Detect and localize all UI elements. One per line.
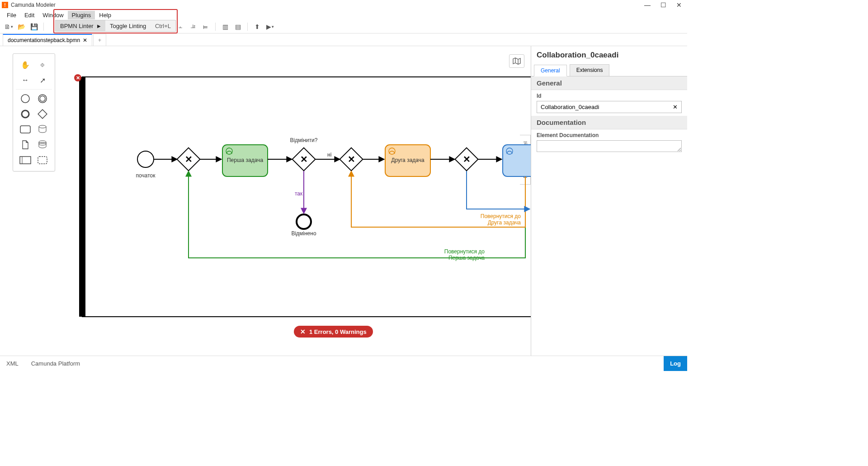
- bpmn-task-2: Друга задача: [385, 145, 430, 176]
- menu-file[interactable]: File: [3, 11, 20, 19]
- distribute-h-button[interactable]: ▥: [220, 22, 230, 32]
- properties-section-general: General: [531, 76, 687, 90]
- svg-rect-11: [38, 157, 47, 164]
- flow-return-task2-label-2: Друга задача: [488, 219, 521, 226]
- bpmn-palette: ✋ ⟐ ↔ ➚: [13, 53, 55, 171]
- plugins-bpmn-linter-label: BPMN Linter: [60, 23, 94, 29]
- svg-point-2: [40, 96, 45, 101]
- submenu-arrow-icon: ▶: [97, 24, 101, 29]
- hand-tool-icon[interactable]: ✋: [19, 58, 32, 71]
- bpmn-task-1: Перша задача: [222, 145, 268, 176]
- gateway-icon[interactable]: [36, 108, 49, 120]
- plugins-toggle-label: Toggle Linting: [110, 23, 146, 29]
- end-event-cancel-label: Відмінено: [291, 230, 316, 237]
- svg-point-0: [21, 95, 29, 103]
- data-object-icon[interactable]: [19, 138, 32, 151]
- bpmn-gateway-1: ✕: [177, 148, 200, 171]
- flow-yes-label: так: [295, 190, 303, 197]
- bpmn-canvas[interactable]: ✕ початок ✕ Перша задача ✕ Відмінити?: [68, 46, 531, 356]
- save-file-button[interactable]: 💾: [29, 22, 39, 32]
- flow-return-task1: [189, 171, 525, 258]
- bpmn-task-1-label: Перша задача: [227, 157, 263, 163]
- svg-rect-9: [20, 157, 31, 164]
- properties-id-input[interactable]: [537, 101, 669, 113]
- document-tab-label: documentationstepback.bpmn: [8, 37, 80, 43]
- clear-id-button[interactable]: ✕: [669, 104, 681, 110]
- data-store-icon[interactable]: [36, 123, 49, 136]
- end-event-icon[interactable]: [19, 108, 32, 120]
- gateway-cancel-label: Відмінити?: [290, 137, 318, 143]
- svg-text:✕: ✕: [185, 154, 193, 164]
- plugins-dropdown: BPMN Linter ▶ Toggle Linting Ctrl+L: [55, 20, 176, 32]
- bpmn-task-2-label: Друга задача: [391, 157, 425, 163]
- deploy-button[interactable]: ⬆: [252, 22, 262, 32]
- align-left-button[interactable]: ⫠: [175, 22, 185, 32]
- bpmn-gateway-cancel: ✕: [292, 148, 316, 171]
- run-button[interactable]: ▶▾: [265, 22, 275, 32]
- plugins-bpmn-linter-submenu[interactable]: BPMN Linter ▶: [56, 20, 105, 31]
- properties-tab-extensions[interactable]: Extensions: [570, 64, 610, 76]
- properties-tab-general[interactable]: General: [534, 65, 567, 76]
- new-file-button[interactable]: 🗎▾: [4, 22, 14, 32]
- menu-help[interactable]: Help: [95, 11, 115, 19]
- svg-point-3: [22, 110, 29, 118]
- menu-bar: File Edit Window Plugins Help BPMN Linte…: [0, 10, 687, 20]
- properties-element-title: Collaboration_0caeadi: [531, 46, 687, 64]
- document-tab-strip: documentationstepback.bpmn ✕ +: [0, 33, 687, 46]
- data-store-icon-2[interactable]: [36, 138, 49, 151]
- task-icon[interactable]: [19, 123, 32, 136]
- window-close-button[interactable]: ✕: [676, 1, 682, 9]
- properties-id-label: Id: [537, 93, 682, 99]
- group-icon[interactable]: [36, 154, 49, 166]
- editor-area: ✋ ⟐ ↔ ➚ Prope: [0, 46, 687, 356]
- plugins-toggle-shortcut: Ctrl+L: [155, 23, 171, 29]
- svg-text:✕: ✕: [463, 154, 471, 164]
- svg-point-8: [39, 143, 46, 145]
- window-minimize-button[interactable]: —: [644, 1, 651, 9]
- close-tab-icon[interactable]: ✕: [83, 37, 87, 43]
- bpmn-end-event-cancel: [297, 214, 311, 229]
- footer-log-button[interactable]: Log: [664, 356, 687, 371]
- svg-point-6: [39, 125, 46, 128]
- bpmn-gateway-3: ✕: [340, 148, 363, 171]
- properties-doc-textarea[interactable]: [537, 140, 682, 152]
- space-tool-icon[interactable]: ↔: [19, 74, 32, 86]
- distribute-v-button[interactable]: ▤: [233, 22, 243, 32]
- flow-return-task1-label-2: Перша задача: [448, 255, 485, 261]
- plugins-toggle-linting[interactable]: Toggle Linting Ctrl+L: [105, 23, 175, 29]
- start-event-icon[interactable]: [19, 92, 32, 105]
- status-bar: XML Camunda Platform Log: [0, 356, 687, 371]
- menu-edit[interactable]: Edit: [20, 11, 38, 19]
- app-title: Camunda Modeler: [11, 2, 56, 8]
- lint-status-text: 1 Errors, 0 Warnings: [309, 328, 367, 335]
- properties-doc-label: Element Documentation: [537, 132, 682, 138]
- bpmn-pool: [82, 77, 531, 317]
- bpmn-start-event: [137, 151, 154, 167]
- open-file-button[interactable]: 📂: [16, 22, 26, 32]
- document-tab[interactable]: documentationstepback.bpmn ✕: [3, 34, 92, 46]
- properties-panel: Collaboration_0caeadi General Extensions…: [531, 46, 687, 356]
- bpmn-gateway-4: ✕: [455, 148, 478, 171]
- svg-text:✕: ✕: [348, 154, 355, 164]
- app-logo-icon: !: [2, 2, 8, 8]
- flow-return-task2-label-1: Повернутися до: [481, 213, 521, 219]
- align-center-button[interactable]: ⫡: [188, 22, 198, 32]
- lint-error-icon: ✕: [300, 328, 306, 335]
- participant-icon[interactable]: [19, 154, 32, 166]
- intermediate-event-icon[interactable]: [36, 92, 49, 105]
- align-right-button[interactable]: ⫢: [201, 22, 211, 32]
- footer-tab-xml[interactable]: XML: [0, 360, 25, 367]
- lint-status-badge[interactable]: ✕ 1 Errors, 0 Warnings: [294, 326, 373, 338]
- new-tab-button[interactable]: +: [93, 34, 106, 46]
- svg-text:✕: ✕: [300, 154, 308, 164]
- title-bar: ! Camunda Modeler — ☐ ✕: [0, 0, 687, 10]
- start-event-label: початок: [136, 172, 156, 179]
- footer-tab-platform[interactable]: Camunda Platform: [25, 360, 86, 367]
- menu-plugins[interactable]: Plugins: [68, 11, 95, 19]
- connect-tool-icon[interactable]: ➚: [36, 74, 49, 86]
- lasso-tool-icon[interactable]: ⟐: [36, 58, 49, 71]
- flow-no-label: ні: [327, 152, 331, 158]
- flow-return-task1-label-1: Повернутися до: [444, 248, 485, 255]
- window-maximize-button[interactable]: ☐: [660, 1, 666, 9]
- menu-window[interactable]: Window: [38, 11, 67, 19]
